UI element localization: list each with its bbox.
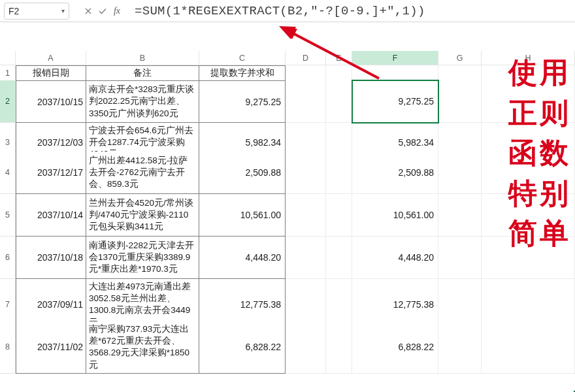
col-header-E[interactable]: E bbox=[326, 51, 352, 65]
name-box-value: F2 bbox=[8, 6, 59, 16]
cell-sum[interactable]: 4,448.20 bbox=[199, 237, 286, 279]
cell-empty[interactable] bbox=[482, 152, 575, 194]
cell-date[interactable]: 2037/10/14 bbox=[16, 194, 86, 237]
cell-sum[interactable]: 10,561.00 bbox=[199, 194, 286, 237]
header-cell-B[interactable]: 备注 bbox=[86, 65, 199, 81]
cell-empty[interactable] bbox=[286, 194, 326, 237]
cell-empty[interactable] bbox=[438, 237, 482, 279]
cell-empty[interactable] bbox=[286, 237, 326, 279]
cell-empty[interactable] bbox=[438, 152, 482, 194]
cell-empty[interactable] bbox=[326, 80, 352, 123]
col-header-H[interactable]: H bbox=[482, 51, 575, 65]
table-row: 42037/12/17广州出差4412.58元-拉萨去开会-2762元南宁去开会… bbox=[0, 152, 575, 194]
cell-F1[interactable] bbox=[352, 65, 438, 81]
cell-empty[interactable] bbox=[286, 152, 326, 194]
cell-result[interactable]: 2,509.88 bbox=[352, 152, 438, 194]
cell-empty[interactable] bbox=[326, 237, 352, 279]
enter-icon[interactable] bbox=[97, 5, 108, 17]
cell-sum[interactable]: 2,509.88 bbox=[199, 152, 286, 194]
cell-empty[interactable] bbox=[438, 194, 482, 237]
row-number[interactable]: 2 bbox=[0, 80, 16, 123]
col-header-F[interactable]: F bbox=[352, 51, 438, 65]
cell-empty[interactable] bbox=[326, 321, 352, 374]
cell-empty[interactable] bbox=[482, 194, 575, 237]
cell-date[interactable]: 2037/10/18 bbox=[16, 237, 86, 279]
cancel-icon[interactable] bbox=[82, 5, 94, 17]
formula-bar: F2 ▾ fx =SUM(1*REGEXEXTRACT(B2,"-?[0-9.]… bbox=[0, 0, 575, 22]
cell-date[interactable]: 2037/11/02 bbox=[16, 321, 86, 374]
row-number[interactable]: 6 bbox=[0, 237, 16, 279]
row-number[interactable]: 8 bbox=[0, 321, 16, 374]
cell-result[interactable]: 9,275.25 bbox=[352, 80, 438, 123]
formula-text: =SUM(1*REGEXEXTRACT(B2,"-?[0-9.]+",1)) bbox=[135, 4, 425, 18]
cell-note[interactable]: 兰州去开会4520元/常州谈判/4740元宁波采购-2110元包头采购3411元 bbox=[86, 194, 199, 237]
cell-empty[interactable] bbox=[286, 321, 326, 374]
name-box[interactable]: F2 ▾ bbox=[4, 3, 69, 20]
formula-bar-buttons: fx bbox=[80, 5, 125, 17]
cell-empty[interactable] bbox=[482, 80, 575, 123]
row-number[interactable]: 1 bbox=[0, 65, 16, 81]
cell-note[interactable]: 广州出差4412.58元-拉萨去开会-2762元南宁去开会、859.3元 bbox=[86, 152, 199, 194]
cell-empty[interactable] bbox=[482, 321, 575, 374]
col-header-D[interactable]: D bbox=[286, 51, 326, 65]
fx-icon[interactable]: fx bbox=[111, 5, 123, 17]
cell-sum[interactable]: 6,828.22 bbox=[199, 321, 286, 374]
select-all-corner[interactable] bbox=[0, 51, 16, 65]
cell-result[interactable]: 6,828.22 bbox=[352, 321, 438, 374]
table-row: 62037/10/18南通谈判-2282元天津去开会1370元重庆采购3389.… bbox=[0, 237, 575, 279]
cell-empty[interactable] bbox=[482, 237, 575, 279]
table-row: 82037/11/02南宁采购737.93元大连出差*672元重庆去开会、356… bbox=[0, 321, 575, 364]
col-header-C[interactable]: C bbox=[199, 51, 286, 65]
table-row: 52037/10/14兰州去开会4520元/常州谈判/4740元宁波采购-211… bbox=[0, 194, 575, 237]
cell-D1[interactable] bbox=[286, 65, 326, 81]
cell-result[interactable]: 4,448.20 bbox=[352, 237, 438, 279]
chevron-down-icon[interactable]: ▾ bbox=[61, 7, 65, 14]
cell-date[interactable]: 2037/10/15 bbox=[16, 80, 86, 123]
col-header-G[interactable]: G bbox=[438, 51, 482, 65]
cell-note[interactable]: 南通谈判-2282元天津去开会1370元重庆采购3389.9元*重庆出差*197… bbox=[86, 237, 199, 279]
header-cell-A[interactable]: 报销日期 bbox=[16, 65, 86, 81]
cell-sum[interactable]: 9,275.25 bbox=[199, 80, 286, 123]
column-header-row: A B C D E F G H bbox=[0, 51, 575, 65]
cell-note[interactable]: 南京去开会*3283元重庆谈判2022.25元南宁出差、3350元广州谈判620… bbox=[86, 80, 199, 123]
cell-E1[interactable] bbox=[326, 65, 352, 81]
header-row: 1 报销日期 备注 提取数字并求和 bbox=[0, 65, 575, 80]
col-header-A[interactable]: A bbox=[16, 51, 86, 65]
col-header-B[interactable]: B bbox=[86, 51, 199, 65]
spreadsheet-grid: A B C D E F G H 1 报销日期 备注 提取数字并求和 22037/… bbox=[0, 51, 575, 392]
cell-date[interactable]: 2037/12/17 bbox=[16, 152, 86, 194]
header-cell-C[interactable]: 提取数字并求和 bbox=[199, 65, 286, 81]
cell-result[interactable]: 10,561.00 bbox=[352, 194, 438, 237]
cell-empty[interactable] bbox=[326, 152, 352, 194]
cell-empty[interactable] bbox=[286, 80, 326, 123]
cell-H1[interactable] bbox=[482, 65, 575, 81]
ribbon-gap bbox=[0, 22, 575, 50]
row-number[interactable]: 5 bbox=[0, 194, 16, 237]
cell-empty[interactable] bbox=[438, 321, 482, 374]
table-row: 22037/10/15南京去开会*3283元重庆谈判2022.25元南宁出差、3… bbox=[0, 80, 575, 123]
cell-G1[interactable] bbox=[438, 65, 482, 81]
cell-empty[interactable] bbox=[438, 80, 482, 123]
cell-empty[interactable] bbox=[326, 194, 352, 237]
table-row: 32037/12/03宁波去开会654.6元广州去开会1287.74元宁波采购4… bbox=[0, 123, 575, 152]
table-row: 72037/09/11大连出差4973元南通出差3052.58元兰州出差、130… bbox=[0, 279, 575, 321]
formula-input-area[interactable]: =SUM(1*REGEXEXTRACT(B2,"-?[0-9.]+",1)) bbox=[129, 4, 571, 18]
row-number[interactable]: 4 bbox=[0, 152, 16, 194]
cell-note[interactable]: 南宁采购737.93元大连出差*672元重庆去开会、3568.29元天津采购*1… bbox=[86, 321, 199, 374]
